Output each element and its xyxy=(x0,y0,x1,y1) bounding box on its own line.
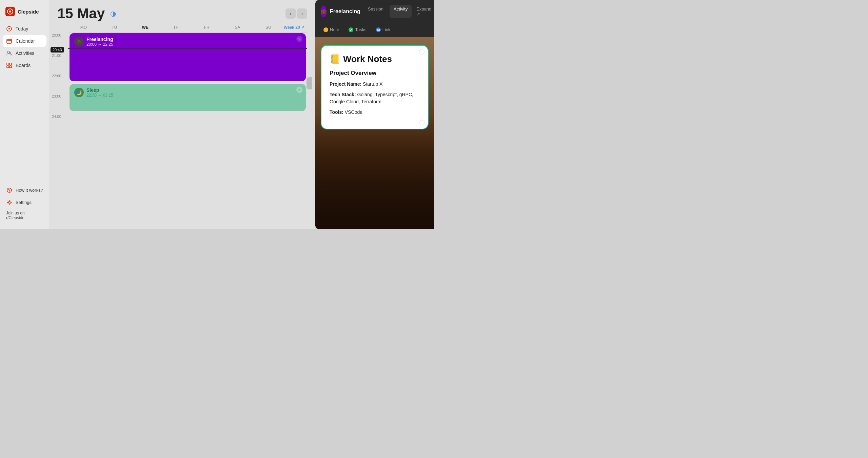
note-emoji: 📒 xyxy=(330,54,340,64)
panel-tabs: Session Activity Expand ↗ xyxy=(364,5,434,18)
how-it-works-label: How it works? xyxy=(16,188,43,193)
day-sa[interactable]: SA xyxy=(222,24,253,30)
next-btn[interactable]: › xyxy=(297,8,307,19)
right-panel: 💼 Freelancing Session Activity Expand ↗ … xyxy=(315,0,434,229)
link-dot xyxy=(376,27,381,32)
sidebar-bottom: How it works? Settings Join us on r/Clep… xyxy=(0,182,49,225)
svg-rect-10 xyxy=(7,63,9,65)
note-card[interactable]: 📒 Work Notes Project Overview Project Na… xyxy=(321,46,428,129)
time-2400: 24:00 xyxy=(52,114,68,134)
freelancing-header: 💼 Freelancing 20:00 → 22:25 xyxy=(74,37,301,47)
calendar-date: 15 May xyxy=(57,5,105,22)
time-2300: 23:00 xyxy=(52,93,68,114)
calendar-header: 15 May ◑ ‹ › xyxy=(49,0,315,24)
cal-grid: 20:00 21:00 22:00 23:00 24:00 20:43 xyxy=(49,33,307,134)
tab-session[interactable]: Session xyxy=(364,5,388,18)
svg-rect-12 xyxy=(7,66,9,68)
svg-point-1 xyxy=(9,11,11,13)
project-name-value: Startup X xyxy=(363,81,382,87)
freelancing-info: Freelancing 20:00 → 22:25 xyxy=(86,37,113,47)
sleep-info: Sleep 22:30 → 03:15 xyxy=(86,87,113,98)
panel-avatar: 💼 xyxy=(321,6,327,17)
note-tab-tasks[interactable]: Tasks xyxy=(346,26,369,34)
today-icon xyxy=(6,26,12,32)
activities-icon xyxy=(6,50,12,56)
prev-btn[interactable]: ‹ xyxy=(285,8,296,19)
freelancing-title: Freelancing xyxy=(86,37,113,42)
main-content: 15 May ◑ ‹ › MO TU WE TH FR SA SU Week 2… xyxy=(49,0,315,229)
sleep-time: 22:30 → 03:15 xyxy=(86,93,113,98)
sidebar-item-activities[interactable]: Activities xyxy=(3,47,46,59)
sidebar-item-calendar[interactable]: Calendar xyxy=(3,35,46,47)
svg-point-16 xyxy=(8,202,10,203)
day-tu[interactable]: TU xyxy=(99,24,130,30)
sleep-icon: 🌙 xyxy=(74,88,84,97)
boards-label: Boards xyxy=(16,63,31,68)
activities-label: Activities xyxy=(16,50,34,56)
panel-background: 📒 Work Notes Project Overview Project Na… xyxy=(315,37,434,229)
sidebar-nav: Today Calendar A xyxy=(0,22,49,182)
day-th[interactable]: TH xyxy=(160,24,191,30)
logo: Clepside xyxy=(0,4,49,22)
current-time-line xyxy=(68,48,307,49)
calendar-label: Calendar xyxy=(16,38,35,44)
tools-value: VSCode xyxy=(345,109,362,115)
sidebar: Clepside Today Calendar xyxy=(0,0,49,229)
svg-point-8 xyxy=(7,51,9,53)
sleep-title: Sleep xyxy=(86,87,113,93)
day-we[interactable]: WE xyxy=(130,24,161,30)
note-section-title: Project Overview xyxy=(330,70,420,77)
freelancing-icon: 💼 xyxy=(74,37,84,46)
note-dot xyxy=(323,27,328,32)
help-icon xyxy=(6,187,12,193)
day-fr[interactable]: FR xyxy=(191,24,222,30)
calendar-body: 20:00 21:00 22:00 23:00 24:00 20:43 xyxy=(49,33,315,229)
card-circle-top xyxy=(419,49,425,55)
app-name: Clepside xyxy=(18,9,39,15)
note-tab-link[interactable]: Link xyxy=(373,26,393,34)
time-2100: 21:00 xyxy=(52,53,68,73)
svg-point-3 xyxy=(8,28,10,29)
sidebar-item-boards[interactable]: Boards xyxy=(3,60,46,71)
tab-activity[interactable]: Activity xyxy=(390,5,412,18)
how-it-works-item[interactable]: How it works? xyxy=(3,184,46,196)
day-su[interactable]: SU xyxy=(253,24,284,30)
join-text: Join us on r/Clepside xyxy=(3,209,46,222)
panel-title: Freelancing xyxy=(330,8,360,15)
event-freelancing[interactable]: 💼 Freelancing 20:00 → 22:25 ✕ xyxy=(70,33,306,81)
freelancing-time: 20:00 → 22:25 xyxy=(86,42,113,47)
current-time-badge: 20:43 xyxy=(51,47,64,53)
note-field-tech: Tech Stack: Golang, Typescript, gRPC,Goo… xyxy=(330,91,420,105)
panel-header: 💼 Freelancing Session Activity Expand ↗ xyxy=(315,0,434,23)
loading-spinner: ◑ xyxy=(110,9,116,18)
sleep-close[interactable]: ✕ xyxy=(296,87,302,93)
boards-icon xyxy=(6,62,12,68)
note-card-wrapper: 📒 Work Notes Project Overview Project Na… xyxy=(321,45,429,129)
settings-label: Settings xyxy=(16,200,32,205)
settings-item[interactable]: Settings xyxy=(3,196,46,208)
day-mo[interactable]: MO xyxy=(68,24,99,30)
svg-rect-4 xyxy=(7,39,12,43)
sleep-header: 🌙 Sleep 22:30 → 03:15 xyxy=(74,87,301,98)
svg-point-15 xyxy=(9,191,9,191)
week-link[interactable]: Week 20 ↗ xyxy=(284,25,307,30)
calendar-icon xyxy=(6,38,12,44)
tools-label: Tools: xyxy=(330,109,343,115)
note-field-tools: Tools: VSCode xyxy=(330,109,420,116)
svg-rect-13 xyxy=(9,66,12,68)
events-column: 20:43 🌙 Evening Routine ↺ 19:00 → 20:00 xyxy=(68,33,307,134)
card-circle-bottom xyxy=(419,120,425,125)
svg-point-9 xyxy=(9,52,11,54)
event-sleep[interactable]: 🌙 Sleep 22:30 → 03:15 ✕ xyxy=(70,84,306,111)
settings-icon xyxy=(6,199,12,205)
tasks-dot xyxy=(349,27,353,32)
note-tabs: Note Tasks Link xyxy=(315,23,434,37)
project-name-label: Project Name: xyxy=(330,81,361,87)
sidebar-item-today[interactable]: Today xyxy=(3,23,46,35)
expand-btn[interactable]: Expand ↗ xyxy=(414,5,434,18)
freelancing-close[interactable]: ✕ xyxy=(296,36,302,42)
collapse-panel-arrow[interactable]: ‹ xyxy=(307,77,312,89)
calendar-nav: ‹ › xyxy=(285,8,307,19)
note-field-project: Project Name: Startup X xyxy=(330,81,420,88)
note-tab-note[interactable]: Note xyxy=(321,26,342,34)
